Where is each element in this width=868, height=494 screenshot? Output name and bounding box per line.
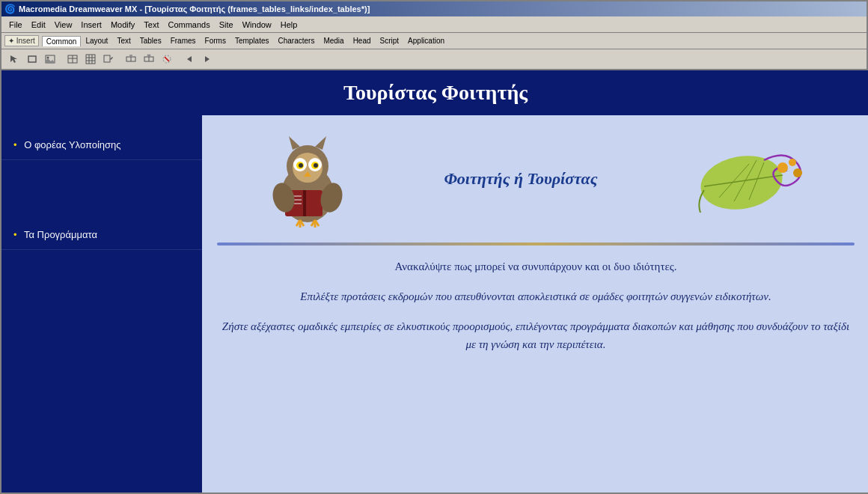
svg-rect-11: [104, 55, 110, 62]
tab-layout[interactable]: Layout: [81, 35, 112, 46]
content-paragraph-1: Ανακαλύψτε πως μπορεί να συνυπάρχουν και…: [217, 257, 855, 275]
tab-common[interactable]: Common: [42, 36, 82, 46]
menu-edit[interactable]: Edit: [27, 19, 50, 31]
menu-modify[interactable]: Modify: [106, 19, 139, 31]
tab-characters[interactable]: Characters: [273, 35, 319, 46]
svg-point-53: [789, 159, 796, 166]
svg-rect-6: [86, 55, 95, 64]
menu-text[interactable]: Text: [139, 19, 163, 31]
menu-site[interactable]: Site: [215, 19, 238, 31]
section-divider: [217, 243, 855, 246]
menu-commands[interactable]: Commands: [163, 19, 214, 31]
tab-media[interactable]: Media: [319, 35, 348, 46]
tab-forms[interactable]: Forms: [201, 35, 230, 46]
sidebar-item-1[interactable]: • Ο φορέας Υλοποίησης: [1, 130, 202, 160]
tab-script[interactable]: Script: [376, 35, 404, 46]
tool-image[interactable]: [42, 51, 58, 67]
insert-label[interactable]: ✦ Insert: [4, 35, 39, 46]
page-title: Τουρίστας Φοιτητής: [343, 81, 528, 105]
app-icon: 🌀: [4, 4, 16, 14]
svg-rect-35: [303, 190, 306, 216]
svg-point-52: [777, 162, 788, 173]
tool-table2[interactable]: [82, 51, 99, 67]
tool-edit-table[interactable]: [100, 51, 117, 67]
menu-view[interactable]: View: [50, 19, 77, 31]
menu-file[interactable]: File: [4, 19, 27, 31]
title-bar: 🌀 Macromedia Dreamweaver MX - [Τουρίστας…: [1, 1, 867, 16]
tab-frames[interactable]: Frames: [166, 35, 201, 46]
svg-rect-0: [28, 56, 36, 62]
hero-section: Φοιτητής ή Τουρίστας: [217, 123, 855, 235]
content-area: Φοιτητής ή Τουρίστας: [202, 115, 868, 493]
plant-illustration: [689, 141, 809, 216]
menu-help[interactable]: Help: [276, 19, 302, 31]
sidebar: • Ο φορέας Υλοποίησης • Τα Προγράμματα: [1, 115, 202, 493]
svg-point-31: [299, 163, 303, 168]
content-paragraph-2: Επιλέξτε προτάσεις εκδρομών που απευθύνο…: [217, 287, 855, 305]
tool-delete-row[interactable]: [141, 51, 157, 67]
tab-application[interactable]: Application: [403, 35, 449, 46]
insert-bar: ✦ Insert Common Layout Text Tables Frame…: [1, 33, 867, 49]
tab-tables[interactable]: Tables: [135, 35, 166, 46]
tool-no-border[interactable]: [159, 51, 175, 67]
page-layout: • Ο φορέας Υλοποίησης • Τα Προγράμματα: [1, 115, 868, 493]
tab-text[interactable]: Text: [112, 35, 135, 46]
svg-line-21: [165, 57, 169, 61]
tool-select[interactable]: [6, 51, 22, 67]
tool-arrow-right[interactable]: [199, 51, 216, 67]
content-paragraph-3: Ζήστε αξέχαστες ομαδικές εμπειρίες σε ελ…: [217, 317, 855, 353]
tool-insert-row[interactable]: [123, 51, 139, 67]
tab-templates[interactable]: Templates: [230, 35, 274, 46]
owl-illustration: [263, 130, 352, 228]
tool-rectangle[interactable]: [24, 51, 40, 67]
svg-point-32: [314, 163, 318, 168]
tool-table[interactable]: [64, 51, 81, 67]
window-title: Macromedia Dreamweaver MX - [Τουρίστας Φ…: [19, 4, 370, 13]
tool-arrow-left[interactable]: [181, 51, 198, 67]
tab-head[interactable]: Head: [349, 35, 376, 46]
menu-insert[interactable]: Insert: [76, 19, 106, 31]
svg-point-47: [697, 150, 786, 216]
sidebar-dot-2: •: [13, 229, 17, 240]
menu-bar: File Edit View Insert Modify Text Comman…: [1, 16, 867, 33]
page-header: Τουρίστας Φοιτητής: [1, 70, 868, 115]
menu-window[interactable]: Window: [238, 19, 276, 31]
hero-text: Φοιτητής ή Τουρίστας: [444, 169, 597, 189]
sidebar-item-2[interactable]: • Τα Προγράμματα: [1, 220, 202, 250]
svg-point-54: [793, 168, 802, 177]
sidebar-dot-1: •: [13, 139, 17, 150]
tools-bar: [1, 49, 867, 70]
